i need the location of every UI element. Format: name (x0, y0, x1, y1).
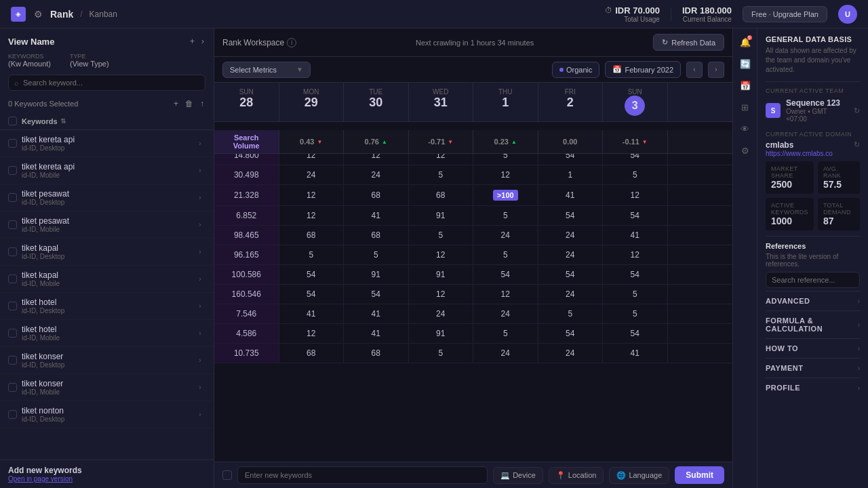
data-cell: 24 (538, 344, 604, 363)
add-keyword-icon[interactable]: + (172, 98, 180, 110)
data-cell: 12 (409, 245, 474, 264)
bell-icon[interactable]: 🔔 9 (737, 34, 753, 50)
expand-icon[interactable]: › (195, 411, 205, 418)
data-cell: 5 (603, 285, 668, 304)
workspace-info-icon[interactable]: i (287, 38, 296, 47)
select-metrics-dropdown[interactable]: Select Metrics ▼ (222, 62, 311, 78)
expand-icon[interactable]: › (195, 302, 205, 310)
trend-down-icon: ▼ (448, 139, 453, 145)
domain-url[interactable]: https://www.cmlabs.co (766, 150, 833, 157)
row-check[interactable] (8, 220, 22, 229)
table-row: 96.165551252412 (214, 245, 732, 265)
row-checkbox[interactable] (8, 383, 17, 392)
settings-icon[interactable]: ⚙ (31, 7, 45, 21)
row-check[interactable] (8, 383, 22, 392)
data-cell: 24 (538, 245, 604, 264)
expand-icon[interactable]: › (195, 275, 205, 283)
row-checkbox[interactable] (8, 166, 17, 175)
list-item[interactable]: tiket konser id-ID, Mobile › (0, 374, 214, 401)
team-refresh-icon[interactable]: ↻ (854, 106, 860, 115)
expand-icon[interactable]: › (195, 357, 205, 364)
row-check[interactable] (8, 166, 22, 175)
upgrade-button[interactable]: Free · Upgrade Plan (743, 6, 827, 22)
expand-icon[interactable]: › (195, 248, 205, 256)
accordion-header[interactable]: PROFILE › (766, 378, 860, 397)
accordion-header[interactable]: PAYMENT › (766, 359, 860, 378)
data-cell: 5 (473, 206, 538, 225)
row-check[interactable] (8, 247, 22, 256)
expand-icon[interactable]: › (195, 194, 205, 201)
ref-search-input[interactable] (772, 276, 865, 284)
refresh-button[interactable]: ↻ Refresh Data (653, 34, 724, 51)
export-keyword-icon[interactable]: ↑ (199, 98, 205, 110)
sync-icon[interactable]: 🔄 (737, 56, 753, 72)
expand-view-icon[interactable]: › (200, 35, 205, 47)
list-item[interactable]: tiket kapal id-ID, Mobile › (0, 266, 214, 293)
row-checkbox[interactable] (8, 329, 17, 338)
row-check[interactable] (8, 356, 22, 365)
sort-icon[interactable]: ⇅ (60, 117, 66, 125)
new-keyword-input[interactable] (237, 466, 488, 484)
list-item[interactable]: tiket hotel id-ID, Mobile › (0, 320, 214, 347)
list-item[interactable]: tiket pesawat id-ID, Desktop › (0, 184, 214, 211)
row-check[interactable] (8, 139, 22, 148)
search-input[interactable] (23, 79, 199, 87)
crawling-status: Next crawling in 1 hours 34 minutes (416, 39, 534, 47)
row-check[interactable] (8, 410, 22, 419)
row-check[interactable] (8, 329, 22, 338)
row-checkbox[interactable] (8, 410, 17, 419)
avatar[interactable]: U (838, 5, 857, 24)
expand-icon[interactable]: › (195, 140, 205, 147)
settings-sidebar-icon[interactable]: ⚙ (737, 142, 753, 159)
keyword-name: tiket nonton (22, 406, 195, 415)
keyword-name: tiket kapal (22, 270, 195, 280)
accordion-header[interactable]: HOW TO › (766, 339, 860, 358)
expand-icon[interactable]: › (195, 329, 205, 337)
row-checkbox[interactable] (8, 139, 17, 148)
expand-icon[interactable]: › (195, 221, 205, 228)
list-item[interactable]: tiket kereta api id-ID, Desktop › (0, 130, 214, 157)
row-checkbox[interactable] (8, 220, 17, 229)
select-all-checkbox[interactable] (8, 117, 17, 125)
date-filter[interactable]: 📅 February 2022 (605, 61, 681, 78)
domain-item: cmlabs https://www.cmlabs.co ↻ (766, 140, 860, 157)
row-checkbox[interactable] (8, 247, 17, 256)
delete-keyword-icon[interactable]: 🗑 (184, 98, 195, 110)
row-checkbox[interactable] (8, 356, 17, 365)
header-check[interactable] (8, 117, 22, 125)
list-item[interactable]: tiket konser id-ID, Desktop › (0, 347, 214, 374)
accordion-header[interactable]: ADVANCED › (766, 291, 860, 310)
open-page-link[interactable]: Open in page version (8, 475, 205, 483)
row-checkbox[interactable] (8, 274, 17, 283)
accordion-header[interactable]: FORMULA & CALCULATION › (766, 311, 860, 338)
language-filter[interactable]: 🌐 Language (609, 467, 669, 484)
list-item[interactable]: tiket hotel id-ID, Desktop › (0, 293, 214, 320)
bottom-checkbox[interactable] (222, 470, 232, 480)
location-filter[interactable]: 📍 Location (549, 467, 604, 484)
list-item[interactable]: tiket nonton id-ID, Desktop › (0, 401, 214, 428)
list-item[interactable]: tiket kereta api id-ID, Mobile › (0, 157, 214, 184)
row-checkbox[interactable] (8, 302, 17, 310)
divider-2 (766, 236, 860, 237)
eye-icon[interactable]: 👁 (737, 121, 753, 137)
submit-button[interactable]: Submit (675, 466, 724, 484)
calendar-sidebar-icon[interactable]: 📅 (737, 77, 753, 94)
list-item[interactable]: tiket kapal id-ID, Desktop › (0, 239, 214, 266)
expand-icon[interactable]: › (195, 167, 205, 174)
device-filter[interactable]: 💻 Device (493, 467, 543, 484)
day-name: MON (286, 88, 337, 96)
date-next-button[interactable]: › (708, 62, 724, 78)
row-check[interactable] (8, 274, 22, 283)
add-view-icon[interactable]: + (189, 35, 196, 47)
expand-icon[interactable]: › (195, 384, 205, 391)
row-checkbox[interactable] (8, 193, 17, 202)
domain-refresh-icon[interactable]: ↻ (854, 140, 860, 149)
keyword-meta: id-ID, Desktop (22, 199, 195, 206)
date-prev-button[interactable]: ‹ (686, 62, 703, 78)
organic-filter[interactable]: Organic (552, 62, 600, 78)
list-item[interactable]: tiket pesawat id-ID, Mobile › (0, 211, 214, 239)
grid-icon[interactable]: ⊞ (737, 99, 753, 115)
row-check[interactable] (8, 193, 22, 202)
row-check[interactable] (8, 302, 22, 310)
data-cell: 12 (409, 285, 474, 304)
